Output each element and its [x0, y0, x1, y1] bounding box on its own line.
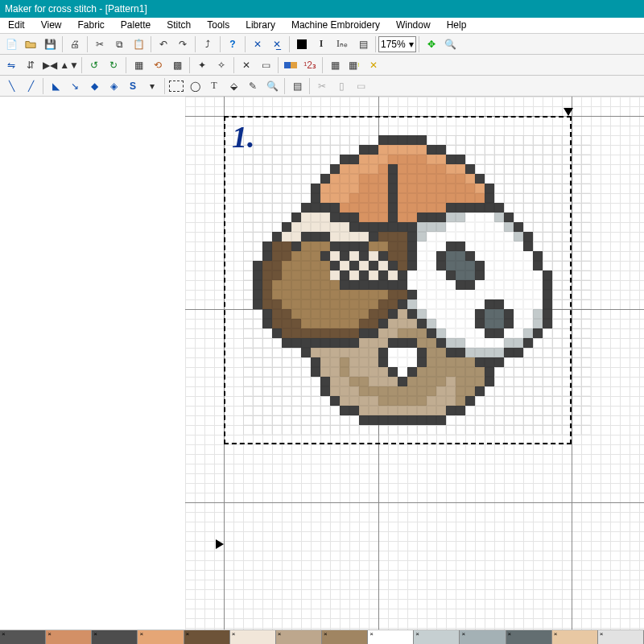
grid-warning-icon[interactable]: ▦!	[345, 56, 363, 74]
yellow-x-icon[interactable]: ✕	[365, 56, 382, 74]
guide-icon[interactable]: ▯	[332, 77, 350, 95]
tile-icon[interactable]: ▩	[168, 56, 186, 74]
palette-swatch-icon[interactable]	[282, 56, 299, 74]
separator	[322, 57, 323, 73]
copy-icon[interactable]: ⧉	[110, 35, 128, 53]
full-stitch-icon[interactable]: ✕	[249, 35, 266, 53]
tool-bead-icon[interactable]: ◈	[105, 77, 122, 95]
menu-library[interactable]: Library	[237, 18, 283, 33]
marquee-icon[interactable]: ▭	[257, 56, 275, 74]
palette-swatch-7[interactable]	[322, 630, 368, 644]
separator	[278, 57, 279, 73]
save-icon[interactable]: 💾	[41, 35, 59, 53]
italic-icon[interactable]: Iₙₑ	[332, 35, 353, 53]
repeat-icon[interactable]: ⟲	[149, 56, 167, 74]
menu-bar: EditViewFabricPaletteStitchToolsLibraryM…	[0, 18, 644, 34]
ellipse-icon[interactable]: ◯	[186, 77, 204, 95]
tool-forwardstitch-icon[interactable]: ╱	[22, 77, 39, 95]
foreground-color[interactable]	[293, 35, 311, 53]
crop-icon[interactable]: ✕	[237, 56, 255, 74]
half-stitch-icon[interactable]: ✕̲	[268, 35, 286, 53]
flip-h-icon[interactable]: ⇋	[2, 56, 20, 74]
paste-icon[interactable]: 📋	[130, 35, 147, 53]
separator	[375, 36, 376, 52]
palette-swatch-5[interactable]	[230, 630, 276, 644]
palette-swatch-6[interactable]	[276, 630, 322, 644]
palette-swatch-10[interactable]	[460, 630, 506, 644]
layer-icon[interactable]: ▦	[130, 56, 147, 74]
menu-edit[interactable]: Edit	[0, 18, 33, 33]
list-icon[interactable]: ▤	[354, 35, 372, 53]
zoom-tool-icon[interactable]: 🔍	[442, 35, 460, 53]
menu-view[interactable]: View	[33, 18, 70, 33]
flip-v-icon[interactable]: ⇵	[22, 56, 39, 74]
mirror-h-icon[interactable]: ▶◀	[41, 56, 59, 74]
menu-help[interactable]: Help	[439, 18, 475, 33]
menu-tools[interactable]: Tools	[199, 18, 237, 33]
menu-window[interactable]: Window	[388, 18, 439, 33]
numbers-icon[interactable]: ¹2₃	[301, 56, 319, 74]
separator	[284, 78, 285, 94]
separator	[419, 36, 419, 52]
rotate-ccw-icon[interactable]: ↺	[85, 56, 103, 74]
menu-stitch[interactable]: Stitch	[159, 18, 199, 33]
merge-icon[interactable]: ✧	[213, 56, 230, 74]
window-title: Maker for cross stitch - [Pattern1]	[5, 3, 147, 14]
palette-swatch-9[interactable]	[414, 630, 460, 644]
separator	[245, 36, 246, 52]
separator	[81, 57, 82, 73]
palette-swatch-1[interactable]	[46, 630, 92, 644]
tool-special-dropdown-icon[interactable]: ▾	[143, 77, 161, 95]
fill-icon[interactable]: ⬙	[225, 77, 242, 95]
tool-special-icon[interactable]: S	[124, 77, 142, 95]
redo-icon[interactable]: ↷	[174, 35, 192, 53]
tool-straight-icon[interactable]: ↘	[66, 77, 84, 95]
palette-swatch-12[interactable]	[552, 630, 598, 644]
zoom-select[interactable]: 175% ▾	[378, 36, 416, 52]
separator	[195, 36, 196, 52]
separator	[289, 36, 290, 52]
replace-icon[interactable]: ✦	[193, 56, 211, 74]
magnifier-icon[interactable]: 🔍	[263, 77, 281, 95]
mirror-v-icon[interactable]: ▲▼	[60, 56, 78, 74]
marker-left	[216, 539, 224, 549]
palette-swatch-2[interactable]	[92, 630, 138, 644]
preview-icon[interactable]: ▤	[288, 77, 306, 95]
undo-icon[interactable]: ↶	[155, 35, 172, 53]
bold-icon[interactable]: I	[312, 35, 330, 53]
palette-swatch-0[interactable]	[0, 630, 46, 644]
separator	[164, 78, 165, 94]
palette-swatch-11[interactable]	[506, 630, 552, 644]
stitch-pattern	[243, 135, 591, 435]
cut-icon[interactable]: ✂	[91, 35, 109, 53]
toolbar-row-1: 📄 💾 🖨 ✂ ⧉ 📋 ↶ ↷ ⤴ ? ✕ ✕̲ I Iₙₑ ▤ 175% ▾ …	[0, 34, 644, 55]
open-icon[interactable]	[22, 35, 39, 53]
toolbar-row-3: ╲ ╱ ◣ ↘ ◆ ◈ S ▾ ◯ T ⬙ ✎ 🔍 ▤ ✂ ▯ ▭	[0, 76, 644, 97]
palette-swatch-8[interactable]	[368, 630, 414, 644]
fit-icon[interactable]: ✥	[423, 35, 440, 53]
palette-swatch-3[interactable]	[138, 630, 184, 644]
separator	[189, 57, 190, 73]
grid-dense-icon[interactable]: ▦	[326, 56, 344, 74]
tool-french-knot-icon[interactable]: ◆	[85, 77, 103, 95]
palette-swatch-4[interactable]	[184, 630, 230, 644]
workspace: 1. Selected Stitch Types ✕ ✕◥◤◣◢╲╱▯✕◥◤◣◢…	[0, 97, 644, 630]
marker-top	[564, 108, 573, 116]
design-canvas[interactable]: 1.	[0, 97, 644, 630]
book-icon[interactable]: ▭	[352, 77, 369, 95]
tool-backstitch-icon[interactable]: ╲	[2, 77, 20, 95]
export-icon[interactable]: ⤴	[199, 35, 217, 53]
new-icon[interactable]: 📄	[2, 35, 20, 53]
measure-icon[interactable]: ✂	[313, 77, 331, 95]
palette-swatch-13[interactable]	[598, 630, 644, 644]
menu-machine-embroidery[interactable]: Machine Embroidery	[283, 18, 388, 33]
tool-quarter-icon[interactable]: ◣	[47, 77, 64, 95]
eyedropper-icon[interactable]: ✎	[244, 77, 262, 95]
menu-fabric[interactable]: Fabric	[69, 18, 112, 33]
print-icon[interactable]: 🖨	[66, 35, 84, 53]
select-rect-icon[interactable]	[169, 80, 184, 92]
rotate-cw-icon[interactable]: ↻	[105, 56, 122, 74]
text-icon[interactable]: T	[205, 77, 223, 95]
help-icon[interactable]: ?	[224, 35, 242, 53]
menu-palette[interactable]: Palette	[113, 18, 159, 33]
